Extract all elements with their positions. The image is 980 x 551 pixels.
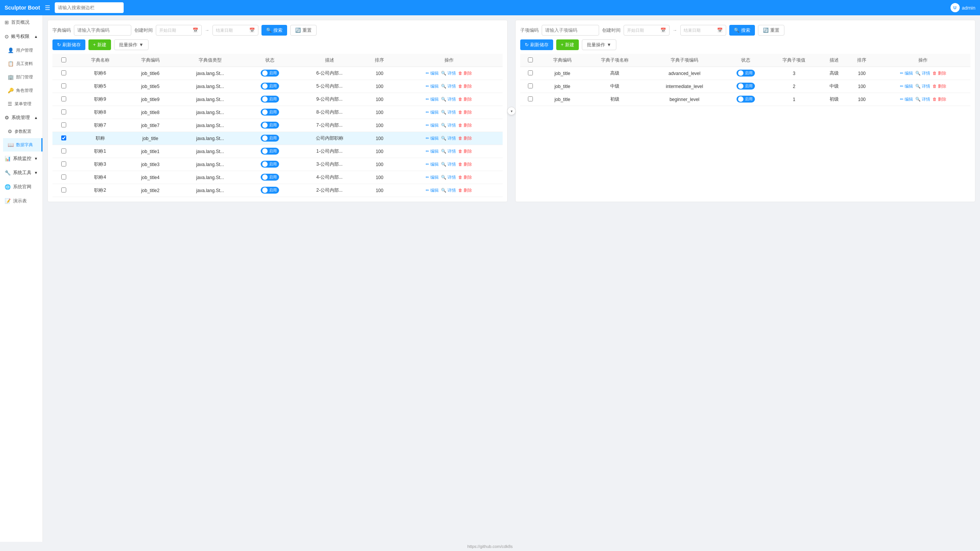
detail-link[interactable]: 🔍 详情: [441, 109, 456, 115]
row-checkbox-cell[interactable]: [52, 106, 75, 119]
right-start-date[interactable]: 开始日期 📅: [624, 25, 670, 36]
detail-link[interactable]: 🔍 详情: [441, 83, 456, 89]
sidebar-item-permissions[interactable]: ⊙ 账号权限 ▲: [0, 29, 42, 44]
row-checkbox[interactable]: [61, 187, 66, 192]
status-toggle[interactable]: 启用: [261, 187, 279, 194]
edit-link[interactable]: ✏ 编辑: [426, 148, 439, 154]
delete-link[interactable]: 🗑 删除: [458, 122, 472, 128]
delete-link[interactable]: 🗑 删除: [933, 83, 946, 89]
sidebar-item-sys-site[interactable]: 🌐 系统官网: [0, 180, 42, 194]
delete-link[interactable]: 🗑 删除: [458, 148, 472, 154]
row-checkbox[interactable]: [61, 96, 66, 101]
left-search-input[interactable]: [74, 25, 131, 36]
edit-link[interactable]: ✏ 编辑: [426, 122, 439, 128]
edit-link[interactable]: ✏ 编辑: [900, 96, 913, 102]
row-checkbox-cell[interactable]: [520, 80, 540, 93]
left-batch-button[interactable]: 批量操作 ▼: [114, 39, 149, 50]
status-toggle[interactable]: 启用: [261, 135, 279, 142]
detail-link[interactable]: 🔍 详情: [915, 96, 930, 102]
sidebar-item-user-mgmt[interactable]: 👤 用户管理: [3, 44, 42, 57]
row-checkbox[interactable]: [61, 135, 66, 140]
row-checkbox-cell[interactable]: [52, 184, 75, 197]
sidebar-item-param-config[interactable]: ⚙ 参数配置: [3, 125, 42, 138]
row-checkbox-cell[interactable]: [52, 119, 75, 132]
sidebar-item-sys-tools[interactable]: 🔧 系统工具 ▼: [0, 166, 42, 180]
row-checkbox[interactable]: [61, 174, 66, 179]
delete-link[interactable]: 🗑 删除: [458, 174, 472, 180]
status-toggle[interactable]: 启用: [737, 83, 755, 90]
detail-link[interactable]: 🔍 详情: [915, 70, 930, 76]
right-end-date[interactable]: 结束日期 📅: [680, 25, 726, 36]
delete-link[interactable]: 🗑 删除: [933, 70, 946, 76]
sidebar-item-employee[interactable]: 📋 员工资料: [3, 57, 42, 70]
detail-link[interactable]: 🔍 详情: [441, 96, 456, 102]
status-toggle[interactable]: 启用: [261, 83, 279, 90]
right-reset-button[interactable]: 🔄 重置: [758, 25, 784, 36]
right-new-button[interactable]: + 新建: [556, 39, 579, 50]
right-batch-button[interactable]: 批量操作 ▼: [582, 39, 616, 50]
delete-link[interactable]: 🗑 删除: [933, 96, 946, 102]
delete-link[interactable]: 🗑 删除: [458, 135, 472, 141]
edit-link[interactable]: ✏ 编辑: [426, 96, 439, 102]
row-checkbox[interactable]: [61, 83, 66, 88]
left-new-button[interactable]: + 新建: [88, 39, 111, 50]
status-toggle[interactable]: 启用: [261, 161, 279, 168]
sidebar-item-dept[interactable]: 🏢 部门管理: [3, 70, 42, 84]
status-toggle[interactable]: 启用: [261, 148, 279, 155]
delete-link[interactable]: 🗑 删除: [458, 161, 472, 167]
row-checkbox-cell[interactable]: [52, 145, 75, 158]
left-end-date[interactable]: 结束日期 📅: [212, 25, 258, 36]
row-checkbox-cell[interactable]: [520, 67, 540, 80]
detail-link[interactable]: 🔍 详情: [915, 83, 930, 89]
left-search-button[interactable]: 🔍 搜索: [261, 25, 287, 36]
status-toggle[interactable]: 启用: [737, 70, 755, 77]
detail-link[interactable]: 🔍 详情: [441, 135, 456, 141]
status-toggle[interactable]: 启用: [261, 96, 279, 103]
row-checkbox-cell[interactable]: [52, 80, 75, 93]
row-checkbox[interactable]: [61, 148, 66, 153]
detail-link[interactable]: 🔍 详情: [441, 122, 456, 128]
edit-link[interactable]: ✏ 编辑: [900, 83, 913, 89]
menu-toggle-icon[interactable]: ☰: [45, 4, 50, 11]
row-checkbox[interactable]: [528, 83, 533, 88]
row-checkbox-cell[interactable]: [52, 132, 75, 145]
edit-link[interactable]: ✏ 编辑: [426, 174, 439, 180]
delete-link[interactable]: 🗑 删除: [458, 109, 472, 115]
right-search-input[interactable]: [542, 25, 599, 36]
delete-link[interactable]: 🗑 删除: [458, 83, 472, 89]
row-checkbox[interactable]: [61, 109, 66, 114]
right-select-all-checkbox[interactable]: [528, 57, 533, 62]
right-refresh-button[interactable]: ↻ 刷新储存: [520, 39, 553, 50]
edit-link[interactable]: ✏ 编辑: [426, 161, 439, 167]
detail-link[interactable]: 🔍 详情: [441, 70, 456, 76]
row-checkbox-cell[interactable]: [52, 67, 75, 80]
edit-link[interactable]: ✏ 编辑: [426, 70, 439, 76]
detail-link[interactable]: 🔍 详情: [441, 148, 456, 154]
row-checkbox-cell[interactable]: [520, 93, 540, 106]
detail-link[interactable]: 🔍 详情: [441, 187, 456, 193]
row-checkbox-cell[interactable]: [52, 171, 75, 184]
sidebar-item-demo[interactable]: 📝 演示表: [0, 194, 42, 208]
delete-link[interactable]: 🗑 删除: [458, 187, 472, 193]
detail-link[interactable]: 🔍 详情: [441, 161, 456, 167]
edit-link[interactable]: ✏ 编辑: [426, 135, 439, 141]
sidebar-item-sys-mgmt[interactable]: ⚙ 系统管理 ▲: [0, 111, 42, 125]
sidebar-item-role[interactable]: 🔑 角色管理: [3, 84, 42, 97]
row-checkbox[interactable]: [528, 70, 533, 75]
status-toggle[interactable]: 启用: [261, 70, 279, 77]
header-search-input[interactable]: [55, 2, 124, 13]
row-checkbox-cell[interactable]: [52, 158, 75, 171]
select-all-checkbox[interactable]: [61, 57, 66, 62]
left-reset-button[interactable]: 🔄 重置: [290, 25, 317, 36]
row-checkbox[interactable]: [61, 161, 66, 166]
delete-link[interactable]: 🗑 删除: [458, 70, 472, 76]
status-toggle[interactable]: 启用: [261, 122, 279, 129]
edit-link[interactable]: ✏ 编辑: [426, 187, 439, 193]
delete-link[interactable]: 🗑 删除: [458, 96, 472, 102]
left-refresh-button[interactable]: ↻ 刷新储存: [52, 39, 85, 50]
left-start-date[interactable]: 开始日期 📅: [156, 25, 202, 36]
row-checkbox[interactable]: [61, 122, 66, 127]
status-toggle[interactable]: 启用: [737, 96, 755, 103]
sidebar-item-data-dict[interactable]: 📖 数据字典: [3, 138, 42, 152]
edit-link[interactable]: ✏ 编辑: [426, 83, 439, 89]
